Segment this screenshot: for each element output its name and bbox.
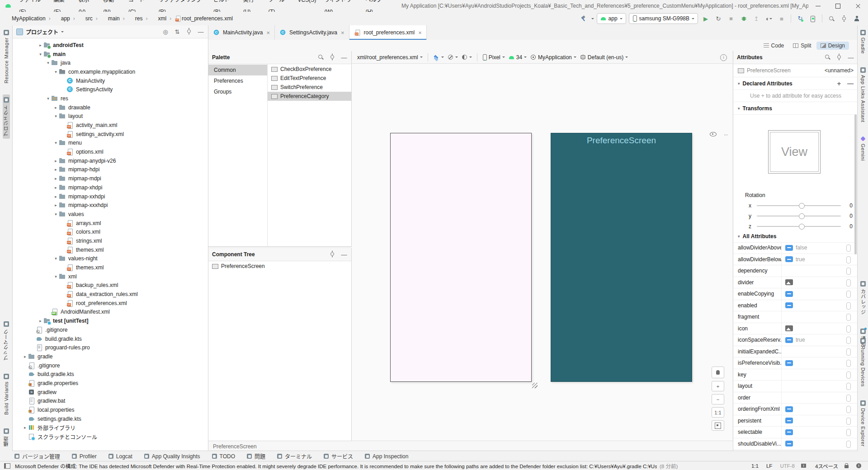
tree-chevron-icon[interactable] xyxy=(45,96,51,101)
run-config-select[interactable]: app xyxy=(597,13,626,24)
tree-row[interactable]: mipmap-xxhdpi xyxy=(13,192,208,201)
tree-row[interactable]: strings.xml xyxy=(13,236,208,245)
profile-avatar-icon[interactable] xyxy=(852,14,862,24)
close-tab-icon[interactable] xyxy=(418,29,422,36)
blueprint-preview-frame[interactable]: PreferenceScreen xyxy=(551,133,692,382)
tool-window-button[interactable]: 構造 xyxy=(3,426,10,449)
tree-row[interactable]: options.xml xyxy=(13,147,208,156)
slider-thumb[interactable] xyxy=(799,213,805,219)
tree-chevron-icon[interactable] xyxy=(45,61,51,65)
editor-tab[interactable]: root_preferences.xml xyxy=(349,25,427,40)
all-attributes-section[interactable]: All Attributes xyxy=(733,230,858,243)
palette-category[interactable]: Preferences xyxy=(208,75,267,86)
tree-row[interactable]: data_extraction_rules.xml xyxy=(13,290,208,299)
tree-chevron-icon[interactable] xyxy=(38,52,43,56)
tool-window-button[interactable]: Gradle xyxy=(860,27,866,56)
attribute-row[interactable]: layout xyxy=(733,381,858,392)
view-options-eye-icon[interactable] xyxy=(710,131,717,136)
debug-button[interactable] xyxy=(739,14,749,24)
palette-item[interactable]: SwitchPreference xyxy=(268,83,351,92)
zoom-out-button[interactable]: − xyxy=(712,394,724,404)
locale-select[interactable]: Default (en-us) xyxy=(580,54,628,61)
palette-search-icon[interactable] xyxy=(317,54,324,61)
tool-window-stripe-toggle-icon[interactable] xyxy=(4,463,10,469)
design-surface-select[interactable] xyxy=(433,55,444,60)
hide-panel-icon[interactable]: — xyxy=(197,29,204,35)
selected-component-label[interactable]: PreferenceScreen xyxy=(213,443,257,450)
editor-tab[interactable]: SettingsActivity.java xyxy=(275,25,349,40)
apply-code-changes-icon[interactable]: ↥ xyxy=(751,14,761,24)
transforms-section[interactable]: Transforms xyxy=(733,102,858,115)
tree-row[interactable]: build.gradle.kts xyxy=(13,370,208,379)
close-icon[interactable] xyxy=(848,0,868,12)
minimize-icon[interactable] xyxy=(808,0,828,12)
tree-row[interactable]: mipmap-anydpi-v26 xyxy=(13,156,208,165)
attribute-row[interactable]: initialExpandedC... xyxy=(733,346,858,358)
tree-row[interactable]: test [unitTest] xyxy=(13,316,208,325)
tools-attribute-pill[interactable] xyxy=(846,268,851,275)
file-variant-select[interactable]: xml/root_preferences.xml xyxy=(357,54,423,61)
tree-chevron-icon[interactable] xyxy=(53,194,59,199)
tool-window-button[interactable]: Logcat xyxy=(108,453,132,460)
attribute-row[interactable]: selectable xyxy=(733,427,858,438)
attribute-value-widget[interactable] xyxy=(785,256,793,262)
toolbar-info-icon[interactable] xyxy=(720,54,732,61)
attribute-value-widget[interactable] xyxy=(785,429,793,435)
palette-item[interactable]: PreferenceCategory xyxy=(268,92,351,101)
tool-window-button[interactable]: ブックマーク xyxy=(3,319,10,363)
status-widget[interactable]: 4スペース xyxy=(814,462,838,470)
status-message[interactable]: Microsoft Defender の構成: The IDE has dete… xyxy=(15,462,657,470)
remove-attribute-button[interactable]: — xyxy=(847,80,854,87)
collapse-all-icon[interactable]: ⇅ xyxy=(174,29,181,35)
tool-window-button[interactable]: ターミナル xyxy=(277,452,312,460)
tree-row[interactable]: mipmap-xxxhdpi xyxy=(13,201,208,210)
panel-settings-gear-icon[interactable] xyxy=(329,251,336,258)
component-tree-row[interactable]: PreferenceScreen xyxy=(208,261,351,271)
tree-row[interactable]: local.properties xyxy=(13,405,208,414)
pan-hand-button[interactable] xyxy=(712,367,724,378)
attribute-value-widget[interactable] xyxy=(785,279,793,285)
tree-chevron-icon[interactable] xyxy=(22,425,28,430)
attribute-row[interactable]: order xyxy=(733,392,858,404)
tools-attribute-pill[interactable] xyxy=(846,314,851,321)
tree-chevron-icon[interactable] xyxy=(38,43,43,47)
tree-row[interactable]: proguard-rules.pro xyxy=(13,343,208,352)
attributes-settings-gear-icon[interactable] xyxy=(835,54,843,61)
device-select[interactable]: samsung SM-G998B xyxy=(629,13,698,24)
declared-attributes-section[interactable]: Declared Attributes + — xyxy=(733,77,858,90)
tool-window-button[interactable]: TODO xyxy=(212,453,235,460)
api-level-select[interactable]: 34 xyxy=(509,54,527,61)
tree-row[interactable]: drawable xyxy=(13,103,208,112)
tree-row[interactable]: arrays.xml xyxy=(13,219,208,228)
tools-attribute-pill[interactable] xyxy=(846,441,851,448)
status-widget[interactable] xyxy=(856,463,863,468)
tools-attribute-pill[interactable] xyxy=(846,302,851,310)
tool-window-button[interactable]: App Links Assistant xyxy=(860,65,866,125)
chevron-down-icon[interactable] xyxy=(61,31,64,34)
hide-panel-icon[interactable]: — xyxy=(340,252,348,258)
gradle-sync-icon[interactable] xyxy=(795,14,805,24)
tools-attribute-pill[interactable] xyxy=(846,291,851,298)
slider-thumb[interactable] xyxy=(799,203,805,209)
tool-window-button[interactable]: バージョン管理 xyxy=(14,452,60,460)
attribute-value-widget[interactable] xyxy=(785,337,793,343)
tree-row[interactable]: gradlew.bat xyxy=(13,397,208,406)
hide-panel-icon[interactable]: — xyxy=(847,55,854,61)
palette-category[interactable]: Common xyxy=(208,65,267,75)
tree-row[interactable]: AndroidManifest.xml xyxy=(13,308,208,317)
status-widget[interactable]: LF xyxy=(765,463,772,469)
tree-row[interactable]: themes.xml xyxy=(13,263,208,272)
tool-window-button[interactable]: Profiler xyxy=(72,453,97,460)
attribute-row[interactable]: dependency xyxy=(733,265,858,277)
tool-window-button[interactable]: サービス xyxy=(324,452,353,460)
attribute-row[interactable]: orderingFromXml xyxy=(733,404,858,415)
breadcrumb-item[interactable]: MyApplication xyxy=(5,15,54,22)
palette-item[interactable]: EditTextPreference xyxy=(268,74,351,83)
tools-attribute-pill[interactable] xyxy=(846,418,851,425)
apply-changes-icon[interactable]: ≡ xyxy=(726,14,736,24)
tree-row[interactable]: menu xyxy=(13,139,208,148)
night-mode-toggle[interactable] xyxy=(448,54,458,60)
tree-row[interactable]: gradle xyxy=(13,352,208,361)
tree-chevron-icon[interactable] xyxy=(53,105,59,110)
build-caret-icon[interactable] xyxy=(591,18,594,21)
